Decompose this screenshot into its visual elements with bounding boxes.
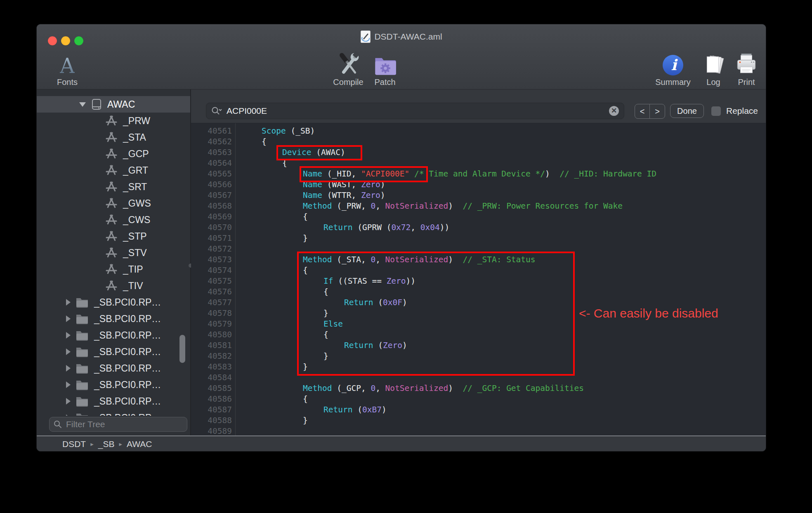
done-button[interactable]: Done	[670, 104, 704, 118]
find-field[interactable]: ✕	[206, 103, 624, 119]
breadcrumb-sb[interactable]: _SB	[98, 439, 115, 449]
tree-root-awac[interactable]: AWAC	[37, 96, 190, 113]
fonts-button[interactable]: A Fonts	[47, 49, 88, 89]
code-text: Return (0xB7)	[235, 405, 387, 414]
sidebar-item-cws[interactable]: _CWS	[37, 212, 190, 228]
summary-button[interactable]: i Summary	[648, 49, 698, 89]
sidebar-item-stp[interactable]: _STP	[37, 228, 190, 245]
fonts-icon: A	[60, 55, 75, 77]
code-line: 40588}	[191, 415, 766, 426]
code-text: {	[235, 137, 267, 146]
folder-icon	[76, 313, 89, 324]
sidebar-item-label: _GWS	[123, 198, 151, 209]
disclosure-closed-icon[interactable]	[66, 332, 71, 339]
line-number: 40564	[191, 158, 235, 169]
line-number: 40571	[191, 233, 235, 244]
device-icon	[92, 99, 102, 110]
sidebar-item-label: _SRT	[123, 181, 147, 193]
disclosure-closed-icon[interactable]	[66, 315, 71, 322]
tree-root-label: AWAC	[107, 99, 135, 110]
sidebar-folder-3[interactable]: _SB.PCI0.RP…	[37, 344, 190, 360]
code-text: }	[235, 233, 308, 243]
code-text: {	[235, 394, 308, 404]
app-window: DSDT-AWAC.aml A Fonts Compile	[36, 24, 766, 452]
compile-label: Compile	[333, 78, 363, 87]
disclosure-closed-icon[interactable]	[66, 299, 71, 306]
breadcrumb-dsdt[interactable]: DSDT	[62, 439, 86, 449]
compile-tools-icon	[335, 51, 361, 77]
patch-button[interactable]: Patch	[364, 49, 406, 89]
sidebar-folder-5[interactable]: _SB.PCI0.RP…	[37, 377, 190, 393]
code-line: 40589	[191, 426, 766, 435]
line-number: 40567	[191, 190, 235, 201]
disclosure-closed-icon[interactable]	[66, 381, 71, 388]
code-line: 40569{	[191, 212, 766, 222]
find-bar: ✕ < > Done Replace	[191, 89, 766, 123]
sidebar-item-label: _STP	[123, 231, 147, 242]
sidebar-folder-2[interactable]: _SB.PCI0.RP…	[37, 327, 190, 344]
method-icon	[106, 214, 117, 226]
disclosure-closed-icon[interactable]	[66, 365, 71, 372]
clear-search-button[interactable]: ✕	[609, 106, 619, 116]
sidebar-item-label: _CWS	[123, 214, 150, 226]
sidebar-item-gcp[interactable]: _GCP	[37, 146, 190, 162]
title-bar: DSDT-AWAC.aml	[37, 24, 766, 49]
find-previous-button[interactable]: <	[635, 104, 650, 118]
symbol-tree: AWAC _PRW_STA_GCP_GRT_SRT_GWS_CWS_STP_ST…	[37, 89, 190, 416]
sidebar-item-sta[interactable]: _STA	[37, 129, 190, 146]
sidebar-folder-7[interactable]: _SB.PCI0.RP…	[37, 409, 190, 416]
code-line: 40561Scope (_SB)	[191, 126, 766, 136]
search-menu-icon[interactable]	[211, 106, 222, 115]
replace-checkbox[interactable]	[711, 106, 721, 116]
code-text: Return (GPRW (0x72, 0x04))	[235, 223, 449, 232]
sidebar-item-srt[interactable]: _SRT	[37, 179, 190, 195]
find-input[interactable]	[226, 106, 605, 116]
find-next-button[interactable]: >	[650, 104, 665, 118]
code-editor[interactable]: 40561Scope (_SB)40562{40563Device (AWAC)…	[191, 123, 766, 435]
close-window-button[interactable]	[48, 36, 57, 45]
sidebar-folder-label: _SB.PCI0.RP…	[94, 330, 161, 341]
patch-label: Patch	[374, 78, 395, 87]
sidebar-item-tip[interactable]: _TIP	[37, 261, 190, 278]
sidebar-item-tiv[interactable]: _TIV	[37, 278, 190, 294]
search-icon	[54, 420, 62, 428]
sidebar-folder-0[interactable]: _SB.PCI0.RP…	[37, 294, 190, 311]
annotation-box-hid	[300, 166, 428, 182]
zoom-window-button[interactable]	[74, 36, 83, 45]
line-number: 40578	[191, 308, 235, 319]
content-area: AWAC _PRW_STA_GCP_GRT_SRT_GWS_CWS_STP_ST…	[37, 89, 766, 435]
sidebar-item-prw[interactable]: _PRW	[37, 113, 190, 129]
disclosure-closed-icon[interactable]	[66, 398, 71, 405]
sidebar-item-grt[interactable]: _GRT	[37, 162, 190, 179]
minimize-window-button[interactable]	[61, 36, 70, 45]
log-button[interactable]: Log	[697, 49, 730, 89]
method-icon	[106, 165, 117, 176]
sidebar-item-label: _TIP	[123, 264, 143, 275]
print-button[interactable]: Print	[730, 49, 763, 89]
breadcrumb-awac[interactable]: AWAC	[127, 439, 152, 449]
sidebar-folder-label: _SB.PCI0.RP…	[94, 396, 161, 407]
method-icon	[106, 231, 117, 242]
folder-icon	[76, 396, 89, 407]
sidebar-folder-6[interactable]: _SB.PCI0.RP…	[37, 393, 190, 409]
method-icon	[106, 247, 117, 259]
disclosure-closed-icon[interactable]	[66, 348, 71, 355]
filter-zone	[37, 416, 190, 435]
find-prev-next-control: < >	[635, 104, 665, 119]
sidebar-folder-label: _SB.PCI0.RP…	[94, 412, 161, 416]
sidebar-folder-1[interactable]: _SB.PCI0.RP…	[37, 311, 190, 327]
summary-label: Summary	[655, 78, 691, 87]
folder-icon	[76, 297, 89, 308]
line-number: 40575	[191, 276, 235, 287]
sidebar-item-gws[interactable]: _GWS	[37, 195, 190, 212]
code-line: 40587Return (0xB7)	[191, 405, 766, 415]
code-text: Method (_GCP, 0, NotSerialized) // _GCP:…	[235, 384, 584, 393]
filter-tree-input[interactable]	[65, 419, 183, 430]
sidebar-folder-4[interactable]: _SB.PCI0.RP…	[37, 360, 190, 377]
sidebar-item-stv[interactable]: _STV	[37, 245, 190, 261]
filter-tree-field[interactable]	[49, 417, 187, 432]
log-label: Log	[706, 78, 720, 87]
disclosure-open-icon[interactable]	[79, 102, 86, 107]
line-number: 40583	[191, 362, 235, 372]
sidebar-scrollbar-thumb[interactable]	[179, 335, 185, 363]
